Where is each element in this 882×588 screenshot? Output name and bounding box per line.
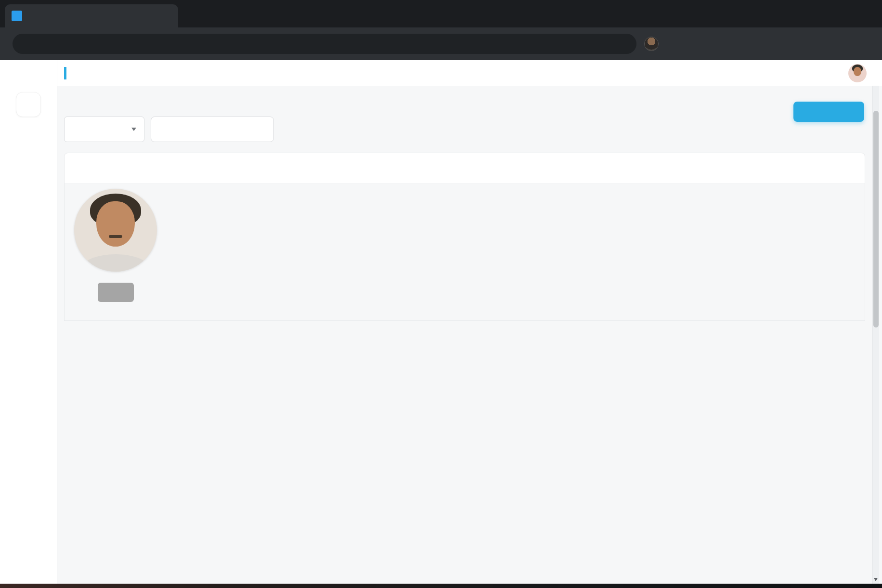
search-icon [158, 125, 168, 134]
sidebar [0, 60, 57, 584]
page-scrollbar[interactable] [872, 86, 879, 584]
candidate-photo [74, 189, 157, 272]
scrollbar-down-arrow-icon[interactable] [874, 578, 878, 581]
user-menu[interactable] [848, 64, 871, 82]
app-header [57, 60, 882, 86]
browser-tab-strip [0, 0, 882, 27]
candidate-detail-panel [65, 184, 865, 321]
add-candidate-button[interactable] [793, 102, 864, 122]
search-box [151, 117, 274, 142]
sidebar-collapse-button[interactable] [16, 92, 41, 117]
address-bar[interactable] [13, 34, 636, 54]
user-avatar [848, 64, 867, 82]
edit-button[interactable] [98, 283, 134, 302]
page-title [64, 86, 882, 95]
candidate-table [64, 153, 865, 321]
desktop-edge [0, 584, 882, 588]
new-tab-button[interactable] [188, 8, 198, 19]
title-accent-bar [64, 67, 66, 79]
window-controls [857, 0, 882, 21]
search-input[interactable] [173, 125, 266, 134]
app-window [0, 60, 882, 584]
tab-close-icon[interactable] [164, 12, 171, 20]
logo-text-360 [20, 66, 37, 81]
scrollbar-thumb[interactable] [873, 111, 879, 327]
double-chevron-right-icon [22, 98, 35, 111]
kebab-menu-icon[interactable] [668, 39, 678, 49]
page-size-select[interactable] [64, 117, 144, 142]
workforce360-logo [20, 66, 37, 81]
page-content [57, 86, 882, 584]
chevron-down-icon [131, 128, 136, 131]
lock-icon[interactable] [22, 40, 30, 48]
table-header-row [65, 153, 865, 184]
wf360-favicon-icon [12, 11, 22, 21]
logo-swirl-icon [20, 66, 37, 81]
browser-profile-avatar[interactable] [644, 37, 659, 51]
browser-tab[interactable] [5, 4, 178, 27]
browser-toolbar [0, 27, 882, 60]
